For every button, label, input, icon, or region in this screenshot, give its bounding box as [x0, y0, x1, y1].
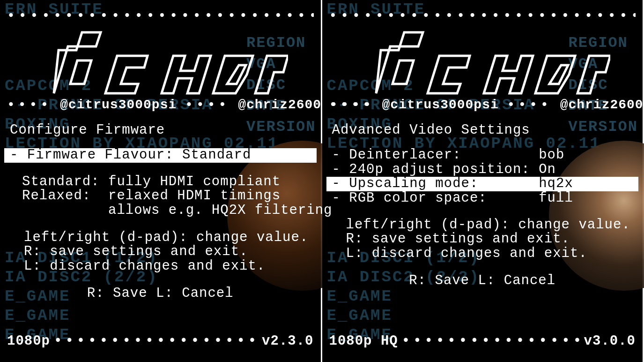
credit-b: @chriz2600 — [238, 98, 321, 112]
credits-line: •••• @citrus3000psi •••• @chriz2600 •••• — [7, 98, 314, 112]
save-cancel-hint: R: Save L: Cancel — [329, 273, 636, 288]
menu-item[interactable]: - RGB color space: full — [329, 191, 636, 206]
firmware-version: v2.3.0 — [262, 333, 313, 349]
panel-right: ERN SUITE CAPCOM 2 - PRINCE OF PERSIA BO… — [322, 0, 644, 362]
menu-item[interactable]: - Firmware Flavour: Standard — [4, 148, 317, 163]
menu-list: - Firmware Flavour: Standard — [7, 148, 314, 163]
credit-a: @citrus3000psi — [382, 98, 499, 112]
footer-dots: •••••••••••••••••••••••••••••• — [50, 333, 262, 349]
menu-description: Standard: fully HDMI compliant Relaxed: … — [7, 175, 314, 218]
menu-heading: Configure Firmware — [10, 122, 314, 138]
firmware-version: v3.0.0 — [584, 333, 636, 349]
footer-dots: •••••••••••••••••••••••••••• — [398, 333, 584, 349]
status-footer: 1080p •••••••••••••••••••••••••••••• v2.… — [7, 333, 314, 349]
panel-left: ERN SUITE CAPCOM 2 - PRINCE OF PERSIA BO… — [0, 0, 322, 362]
save-cancel-hint: R: Save L: Cancel — [7, 286, 314, 301]
video-mode: 1080p — [7, 333, 50, 349]
dchdmi-logo — [348, 28, 636, 100]
control-hints: left/right (d-pad): change value. R: sav… — [7, 231, 314, 273]
top-border-dots: •••••••••••••••••••••••••••••••••••• — [329, 8, 636, 23]
menu-heading: Advanced Video Settings — [332, 122, 636, 138]
top-border-dots: •••••••••••••••••••••••••••••••••••• — [7, 8, 314, 23]
menu-item[interactable]: - Upscaling mode: hq2x — [326, 177, 639, 191]
credit-b: @chriz2600 — [560, 98, 644, 112]
status-footer: 1080p HQ •••••••••••••••••••••••••••• v3… — [329, 333, 636, 349]
menu-item[interactable]: - Deinterlacer: bob — [329, 148, 636, 163]
video-mode: 1080p HQ — [329, 333, 398, 349]
menu-item[interactable]: - 240p adjust position: On — [329, 163, 636, 177]
control-hints: left/right (d-pad): change value. R: sav… — [329, 218, 636, 261]
credits-line: •••• @citrus3000psi •••• @chriz2600 •••• — [329, 98, 636, 112]
dchdmi-logo — [26, 28, 314, 100]
menu-list: - Deinterlacer: bob- 240p adjust positio… — [329, 148, 636, 206]
credit-a: @citrus3000psi — [60, 98, 177, 112]
